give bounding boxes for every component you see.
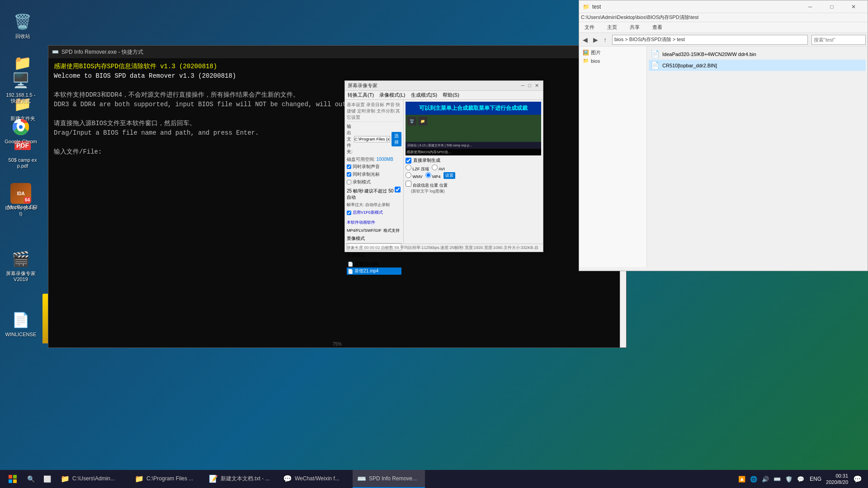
menu-record-mode[interactable]: 录像模式(L) bbox=[379, 92, 405, 99]
explorer-minimize-btn[interactable]: ─ bbox=[800, 0, 821, 13]
fps-unit: 帧/秒 建议不超过 bbox=[353, 188, 388, 193]
record-sound-check[interactable] bbox=[347, 164, 351, 169]
tray-network-icon[interactable]: 🌐 bbox=[749, 475, 758, 483]
desktop-icon-winlicense[interactable]: 📄 WINLICENSE bbox=[3, 307, 39, 339]
opt-lzf: LZF 压缩 bbox=[406, 164, 429, 172]
recorder-overlay-message: 可以到主菜单上合成裁取菜单下进行合成或裁 bbox=[406, 102, 541, 115]
menu-help[interactable]: 帮助(S) bbox=[443, 92, 459, 99]
menu-generate-mode[interactable]: 生成模式(S) bbox=[411, 92, 438, 99]
record-mode-label: 录制模式 bbox=[353, 179, 371, 185]
pdf-label: 50$ camp exp.pdf bbox=[6, 157, 39, 169]
fps-value: 25 bbox=[347, 188, 352, 193]
sidebar-bios[interactable]: 📁 bios bbox=[581, 57, 645, 65]
recorder-close-btn[interactable]: ✕ bbox=[533, 83, 540, 89]
explorer2-label: C:\Program Files ... bbox=[146, 475, 193, 482]
ribbon-file-tab[interactable]: 文件 bbox=[583, 23, 596, 32]
tray-arrow-icon[interactable]: 🔼 bbox=[737, 475, 746, 483]
recorder-window: 屏幕录像专家 ─ □ ✕ 转换工具(T) 录像模式(L) 生成模式(S) 帮助(… bbox=[344, 80, 543, 252]
desktop-icon-recycle[interactable]: 🗑️ 回收站 bbox=[5, 9, 41, 41]
fps-warning: 帧率过大: 自动停止录制 bbox=[347, 202, 401, 208]
v1f0-check[interactable] bbox=[347, 211, 351, 215]
desktop-icon-ida[interactable]: IDA 64 IDA Pro (64-bit) bbox=[3, 181, 39, 219]
file-2-icon: 📄 bbox=[348, 269, 353, 274]
auto-check[interactable] bbox=[395, 187, 401, 192]
record-cursor-label: 同时录制光标 bbox=[353, 171, 380, 178]
explorer-search-input[interactable] bbox=[811, 35, 866, 45]
settings-btn[interactable]: 设置 bbox=[443, 172, 455, 179]
explorer-window: 📁 test ─ □ ✕ C:\Users\Admin\Desktop\bios… bbox=[579, 0, 868, 271]
explorer-back-btn[interactable]: ◀ bbox=[581, 35, 590, 44]
cmd-scroll-pct: 75% bbox=[333, 342, 342, 347]
explorer-maximize-btn[interactable]: □ bbox=[821, 0, 842, 13]
ribbon-home-tab[interactable]: 主页 bbox=[605, 23, 619, 32]
ribbon-view-tab[interactable]: 查看 bbox=[651, 23, 664, 32]
start-button[interactable] bbox=[4, 470, 22, 488]
taskbar-clock[interactable]: 00:31 2020/8/20 bbox=[826, 473, 848, 486]
output-path-input[interactable] bbox=[354, 136, 390, 142]
taskbar-app-explorer1[interactable]: 📁 C:\Users\Admin... bbox=[56, 470, 128, 488]
ida-label: IDA Pro (64-bit) bbox=[5, 205, 37, 217]
wechat-icon: 💬 bbox=[283, 474, 292, 483]
language-indicator[interactable]: ENG bbox=[808, 476, 823, 482]
direct-record-row: 直接录制生成 bbox=[406, 157, 541, 164]
file-item-2[interactable]: 📄 茶馆21.mp4 bbox=[347, 267, 401, 275]
sidebar-pictures[interactable]: 🖼️ 图片 bbox=[581, 48, 645, 57]
cmd-line-2: Welcome to BIOS SPD data Remover v1.3 (2… bbox=[54, 71, 621, 81]
tray-volume-icon[interactable]: 🔊 bbox=[761, 475, 770, 483]
explorer-toolbar: ◀ ▶ ↑ bios > BIOS内存SPD清除 > test bbox=[579, 33, 868, 47]
format-link[interactable]: 本软件动画软件 bbox=[347, 220, 375, 225]
desktop-icon-network[interactable]: 🖥️ 192.168.1.5 - 快捷方式 bbox=[3, 68, 39, 106]
menu-convert[interactable]: 转换工具(T) bbox=[348, 92, 374, 99]
network-label: 192.168.1.5 - 快捷方式 bbox=[5, 92, 37, 104]
file-item-ddr4[interactable]: 📄 IdeaPad320-15IKB+4WCN20WW ddr4.bin bbox=[649, 48, 866, 60]
recorder-title: 屏幕录像专家 bbox=[348, 82, 377, 89]
output-select-btn[interactable]: 选择 bbox=[392, 132, 401, 146]
notification-center-btn[interactable]: 💬 bbox=[851, 470, 864, 488]
taskbar-app-notepad[interactable]: 📝 新建文本文档.txt - ... bbox=[204, 470, 277, 488]
explorer-main: 📄 IdeaPad320-15IKB+4WCN20WW ddr4.bin 📄 C… bbox=[647, 47, 868, 267]
winlicense-label: WINLICENSE bbox=[5, 332, 36, 338]
desktop-icon-chrome[interactable]: Google Chrome bbox=[3, 114, 39, 152]
wechat-label: WeChat/Weixin f... bbox=[295, 475, 340, 482]
generate-mode-label: 生成模式 bbox=[347, 253, 365, 258]
tray-chat-icon[interactable]: 💬 bbox=[796, 475, 805, 483]
taskbar-app-spd[interactable]: ⌨️ SPD Info Remove... bbox=[353, 470, 425, 488]
auto-info-check[interactable] bbox=[406, 181, 411, 187]
desktop: 🗑️ 回收站 📁 8.10 📁 新建文件夹 PDF 50$ camp exp.p… bbox=[0, 0, 868, 488]
record-mode-check[interactable] bbox=[347, 180, 351, 184]
record-mode-row: 录制模式 bbox=[347, 179, 401, 185]
explorer-up-btn[interactable]: ↑ bbox=[602, 35, 609, 44]
tray-security-icon[interactable]: 🛡️ bbox=[784, 475, 793, 483]
explorer-controls: ─ □ ✕ bbox=[800, 0, 864, 13]
chrome-label: Google Chrome bbox=[5, 139, 37, 150]
output-path-row: 输出文件夹: 选择 bbox=[347, 123, 401, 155]
taskbar-app-explorer2[interactable]: 📁 C:\Program Files ... bbox=[130, 470, 203, 488]
record-cursor-check[interactable] bbox=[347, 172, 351, 177]
explorer-titlebar: 📁 test ─ □ ✕ bbox=[579, 0, 868, 13]
file-item-1[interactable]: 📄 茶馆19.mp4 bbox=[347, 260, 401, 267]
taskbar-app-wechat[interactable]: 💬 WeChat/Weixin f... bbox=[278, 470, 351, 488]
notepad-label: 新建文本文档.txt - ... bbox=[221, 475, 270, 483]
explorer-addressbar[interactable]: bios > BIOS内存SPD清除 > test bbox=[612, 35, 808, 45]
explorer-close-btn[interactable]: ✕ bbox=[843, 0, 864, 13]
desktop-icon-screen-recorder[interactable]: 🎬 屏幕录像专家V2019 bbox=[3, 246, 39, 284]
search-button[interactable]: 🔍 bbox=[24, 472, 38, 486]
format-options-row2: WMV MP4 设置 bbox=[406, 172, 541, 179]
file-ddr2-icon: 📄 bbox=[651, 61, 660, 70]
recorder-maximize-btn[interactable]: □ bbox=[527, 83, 533, 89]
file-item-ddr2[interactable]: 📄 CR510[topbar_ddr2.BIN] bbox=[649, 60, 866, 71]
cmd-input-line[interactable]: 输入文件/File: bbox=[54, 148, 102, 155]
recorder-status-bar: 录象长度:00:00:02.自帧数:59.平均比特率:1125kbps.速度:2… bbox=[345, 244, 543, 252]
recycle-label: 回收站 bbox=[15, 33, 30, 39]
task-view-button[interactable]: ⬜ bbox=[40, 472, 54, 486]
ribbon-share-tab[interactable]: 共享 bbox=[628, 23, 642, 32]
v1f0-row: 启用V1F0新模式 bbox=[347, 210, 401, 216]
bios-icon: 📁 bbox=[583, 58, 589, 64]
svg-rect-4 bbox=[13, 475, 17, 479]
direct-record-check[interactable] bbox=[406, 158, 411, 164]
taskbar-right: 🔼 🌐 🔊 ⌨️ 🛡️ 💬 ENG 00:31 2020/8/20 💬 bbox=[737, 470, 864, 488]
tray-keyboard-icon[interactable]: ⌨️ bbox=[773, 475, 782, 483]
scene-mode-row: 景像模式 bbox=[347, 235, 401, 242]
explorer-forward-btn[interactable]: ▶ bbox=[591, 35, 600, 44]
recorder-minimize-btn[interactable]: ─ bbox=[520, 83, 526, 89]
